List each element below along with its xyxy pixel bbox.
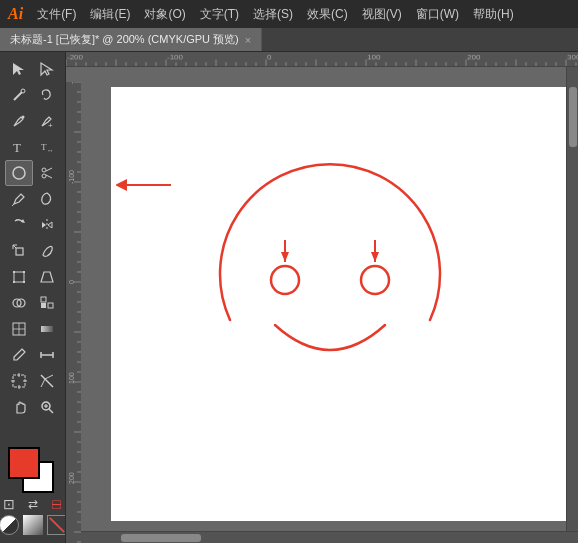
free-transform-tool[interactable] [5, 264, 33, 290]
svg-point-2 [21, 116, 24, 119]
svg-text:↔: ↔ [47, 147, 54, 154]
magic-wand-tool[interactable] [5, 82, 33, 108]
svg-point-48 [271, 266, 299, 294]
shaper-tool[interactable] [33, 238, 61, 264]
default-colors-icon[interactable]: ⊡ [0, 495, 18, 513]
tab-bar: 未标题-1 [已恢复]* @ 200% (CMYK/GPU 预览) × [0, 28, 578, 52]
svg-point-51 [361, 266, 389, 294]
svg-rect-15 [16, 248, 23, 255]
tool-row-6 [0, 186, 65, 212]
tab-title: 未标题-1 [已恢复]* @ 200% (CMYK/GPU 预览) [10, 32, 239, 47]
svg-point-9 [42, 174, 46, 178]
main-area: + T T↔ [0, 52, 578, 543]
live-paint-tool[interactable] [33, 290, 61, 316]
tool-row-2 [0, 82, 65, 108]
svg-rect-21 [23, 271, 25, 273]
tab-close-button[interactable]: × [245, 34, 251, 46]
tool-row-3: + [0, 108, 65, 134]
scale-tool[interactable] [5, 238, 33, 264]
scissors-tool[interactable] [33, 160, 61, 186]
color-mode-icon[interactable] [0, 515, 19, 535]
ai-logo: Ai [8, 5, 23, 23]
svg-rect-20 [13, 271, 15, 273]
shape-builder-tool[interactable] [5, 290, 33, 316]
svg-line-45 [49, 518, 63, 532]
selection-tool[interactable] [5, 56, 33, 82]
fill-color-box[interactable] [8, 447, 40, 479]
tool-row-4: T T↔ [0, 134, 65, 160]
mesh-tool[interactable] [5, 316, 33, 342]
color-icons: ⊡ ⇄ □ [0, 495, 66, 513]
blob-brush-tool[interactable] [33, 186, 61, 212]
svg-line-42 [49, 409, 53, 413]
menu-help[interactable]: 帮助(H) [467, 4, 520, 25]
reflect-tool[interactable] [33, 212, 61, 238]
menu-edit[interactable]: 编辑(E) [84, 4, 136, 25]
menu-type[interactable]: 文字(T) [194, 4, 245, 25]
svg-text:+: + [48, 121, 53, 129]
svg-marker-50 [281, 252, 289, 262]
none-stroke-icon[interactable] [47, 515, 67, 535]
ellipse-tool[interactable] [5, 160, 33, 186]
svg-rect-28 [41, 297, 46, 302]
tool-row-8 [0, 238, 65, 264]
measure-tool[interactable] [33, 342, 61, 368]
touch-type-tool[interactable]: T↔ [33, 134, 61, 160]
horizontal-ruler [66, 52, 578, 67]
type-tool[interactable]: T [5, 134, 33, 160]
svg-marker-53 [371, 252, 379, 262]
canvas-container [81, 67, 578, 531]
menu-object[interactable]: 对象(O) [138, 4, 191, 25]
svg-rect-22 [13, 281, 15, 283]
gradient-tool[interactable] [33, 316, 61, 342]
pen-tool[interactable] [5, 108, 33, 134]
menu-view[interactable]: 视图(V) [356, 4, 408, 25]
tool-row-10 [0, 290, 65, 316]
svg-point-1 [21, 89, 25, 93]
horizontal-scrollbar[interactable] [66, 531, 578, 543]
svg-rect-23 [23, 281, 25, 283]
document-tab[interactable]: 未标题-1 [已恢复]* @ 200% (CMYK/GPU 预览) × [0, 28, 262, 51]
title-bar: Ai 文件(F) 编辑(E) 对象(O) 文字(T) 选择(S) 效果(C) 视… [0, 0, 578, 28]
menu-select[interactable]: 选择(S) [247, 4, 299, 25]
artboard-tool[interactable] [5, 368, 33, 394]
menu-effect[interactable]: 效果(C) [301, 4, 354, 25]
menu-file[interactable]: 文件(F) [31, 4, 82, 25]
tool-row-14 [0, 394, 65, 420]
swap-colors-icon[interactable]: ⇄ [24, 495, 42, 513]
direct-selection-tool[interactable] [33, 56, 61, 82]
svg-rect-19 [14, 272, 24, 282]
pencil-tool[interactable] [5, 186, 33, 212]
tool-row-1 [0, 56, 65, 82]
color-area: ⊡ ⇄ □ [0, 443, 65, 539]
slice-tool[interactable] [33, 368, 61, 394]
hand-tool[interactable] [5, 394, 33, 420]
none-icon[interactable]: □ [48, 495, 66, 513]
svg-point-7 [13, 167, 25, 179]
tool-row-9 [0, 264, 65, 290]
gradient-swatch-icon[interactable] [23, 515, 43, 535]
zoom-tool[interactable] [33, 394, 61, 420]
tool-row-13 [0, 368, 65, 394]
svg-rect-26 [41, 303, 46, 308]
svg-point-8 [42, 168, 46, 172]
tool-row-12 [0, 342, 65, 368]
canvas-area [66, 52, 578, 543]
rotate-tool[interactable] [5, 212, 33, 238]
lasso-tool[interactable] [33, 82, 61, 108]
add-anchor-tool[interactable]: + [33, 108, 61, 134]
menu-window[interactable]: 窗口(W) [410, 4, 465, 25]
eyedropper-tool[interactable] [5, 342, 33, 368]
vertical-scrollbar[interactable] [566, 67, 578, 531]
tool-row-7 [0, 212, 65, 238]
svg-text:T: T [13, 140, 21, 155]
perspective-tool[interactable] [33, 264, 61, 290]
svg-line-11 [46, 175, 52, 178]
smiley-drawing [190, 150, 470, 430]
svg-line-12 [12, 204, 14, 206]
svg-line-0 [14, 92, 22, 100]
svg-rect-32 [41, 326, 53, 332]
tool-row-11 [0, 316, 65, 342]
tool-row-5 [0, 160, 65, 186]
svg-rect-27 [48, 303, 53, 308]
